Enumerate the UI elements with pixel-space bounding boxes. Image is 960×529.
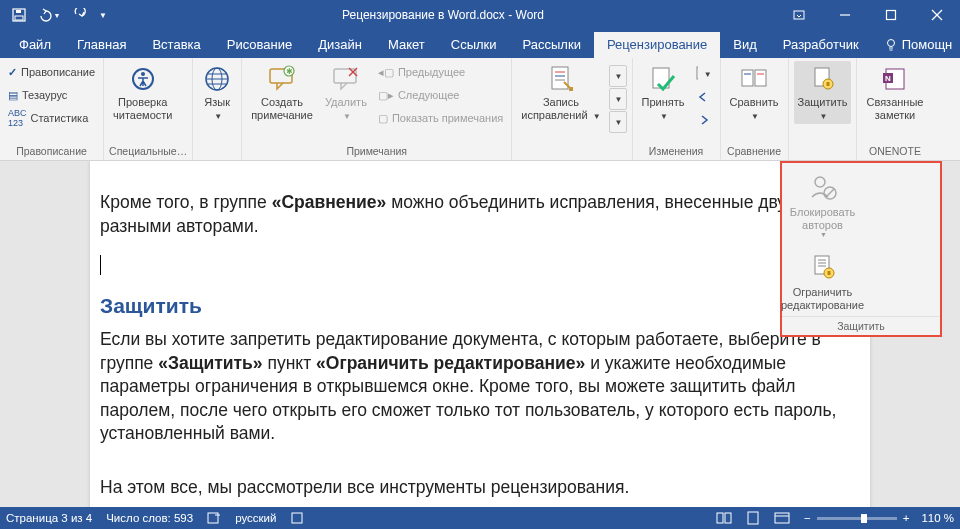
proofing-icon	[207, 511, 221, 525]
ribbon-options-icon[interactable]	[776, 0, 822, 30]
display-mode-dropdown[interactable]: ▼	[609, 65, 627, 87]
group-onenote: N Связанные заметки ONENOTE	[857, 58, 932, 160]
next-comment-button[interactable]: ▢▸Следующее	[375, 84, 506, 106]
tab-draw[interactable]: Рисование	[214, 32, 305, 58]
reject-button[interactable]: ▼	[693, 63, 715, 85]
tell-me-label: Помощн	[902, 37, 953, 52]
tab-view[interactable]: Вид	[720, 32, 770, 58]
chevron-down-icon: ▼	[660, 112, 668, 121]
svg-rect-56	[748, 512, 758, 524]
track-status-icon	[290, 511, 304, 525]
redo-icon[interactable]	[66, 0, 92, 30]
next-change-button[interactable]	[693, 109, 715, 131]
language-button[interactable]: Язык▼	[198, 61, 236, 124]
protect-button[interactable]: Защитить▼	[794, 61, 852, 124]
tab-mailings[interactable]: Рассылки	[510, 32, 594, 58]
block-authors-button[interactable]: Блокировать авторов ▼	[782, 163, 863, 243]
new-comment-button[interactable]: ✱ Создать примечание	[247, 61, 317, 124]
group-protect: Защитить▼	[789, 58, 858, 160]
titlebar: ▼ ▼ Рецензирование в Word.docx - Word	[0, 0, 960, 30]
window-controls	[776, 0, 960, 30]
tab-design[interactable]: Дизайн	[305, 32, 375, 58]
svg-rect-33	[755, 70, 766, 86]
svg-rect-3	[794, 11, 804, 19]
view-print-layout[interactable]	[746, 511, 760, 525]
tab-file[interactable]: Файл	[6, 32, 64, 58]
tell-me-button[interactable]: Помощн	[872, 37, 960, 58]
group-label	[517, 155, 626, 160]
zoom-value[interactable]: 110 %	[921, 512, 954, 524]
stats-icon: ABC123	[8, 108, 27, 128]
zoom-track[interactable]	[817, 517, 897, 520]
svg-line-44	[826, 189, 834, 197]
spell-check-status[interactable]	[207, 511, 221, 525]
word-count-status[interactable]: Число слов: 593	[106, 512, 193, 524]
delete-comment-icon	[331, 64, 361, 94]
chevron-down-icon: ▼	[593, 112, 601, 121]
svg-text:N: N	[885, 74, 891, 83]
delete-comment-button[interactable]: Удалить▼	[321, 61, 371, 124]
tab-review[interactable]: Рецензирование	[594, 32, 720, 58]
qat-customize-icon[interactable]: ▼	[96, 0, 110, 30]
undo-icon[interactable]: ▼	[36, 0, 62, 30]
ribbon-tabs: Файл Главная Вставка Рисование Дизайн Ма…	[0, 30, 960, 58]
onenote-icon: N	[880, 64, 910, 94]
next-change-icon	[697, 113, 711, 127]
track-changes-button[interactable]: Запись исправлений ▼	[517, 61, 604, 124]
group-label: Изменения	[638, 143, 715, 160]
zoom-slider[interactable]: − + 110 %	[804, 512, 954, 524]
maximize-icon[interactable]	[868, 0, 914, 30]
thesaurus-button[interactable]: ▤Тезаурус	[5, 84, 98, 106]
zoom-thumb[interactable]	[861, 514, 867, 523]
minimize-icon[interactable]	[822, 0, 868, 30]
read-mode-icon	[716, 511, 732, 525]
prev-comment-button[interactable]: ◂▢Предыдущее	[375, 61, 506, 83]
group-compare: Сравнить▼ Сравнение	[721, 58, 789, 160]
tab-references[interactable]: Ссылки	[438, 32, 510, 58]
compare-button[interactable]: Сравнить▼	[726, 61, 783, 124]
cursor-line	[100, 254, 870, 278]
language-status[interactable]: русский	[235, 512, 276, 524]
zoom-out-icon[interactable]: −	[804, 512, 811, 524]
spelling-button[interactable]: ✓Правописание	[5, 61, 98, 83]
save-icon[interactable]	[6, 0, 32, 30]
linked-notes-button[interactable]: N Связанные заметки	[862, 61, 927, 124]
print-layout-icon	[746, 511, 760, 525]
svg-point-12	[141, 72, 145, 76]
page-number-status[interactable]: Страница 3 из 4	[6, 512, 92, 524]
globe-icon	[202, 64, 232, 94]
check-accessibility-button[interactable]: Проверка читаемости	[109, 61, 176, 124]
view-read-mode[interactable]	[716, 511, 732, 525]
svg-rect-29	[697, 67, 698, 79]
svg-rect-57	[775, 513, 789, 523]
prev-change-button[interactable]	[693, 86, 715, 108]
show-comments-button[interactable]: ▢Показать примечания	[375, 107, 506, 129]
word-count-button[interactable]: ABC123Статистика	[5, 107, 98, 129]
svg-point-42	[815, 177, 825, 187]
svg-rect-32	[742, 70, 753, 86]
reviewing-pane-dropdown[interactable]: ▼	[609, 111, 627, 133]
accept-button[interactable]: Принять▼	[638, 61, 689, 124]
tab-insert[interactable]: Вставка	[139, 32, 213, 58]
group-label: Специальные…	[109, 143, 187, 160]
svg-text:✱: ✱	[286, 67, 293, 76]
abc-check-icon: ✓	[8, 66, 17, 79]
view-web-layout[interactable]	[774, 511, 790, 525]
chevron-down-icon: ▼	[615, 118, 623, 127]
close-icon[interactable]	[914, 0, 960, 30]
chevron-down-icon: ▼	[820, 231, 827, 239]
accessibility-icon	[128, 64, 158, 94]
accessibility-status[interactable]	[290, 511, 304, 525]
document-page: Кроме того, в группе «Сравнение» можно о…	[90, 161, 870, 507]
tab-layout[interactable]: Макет	[375, 32, 438, 58]
markup-dropdown[interactable]: ▼	[609, 88, 627, 110]
restrict-editing-button[interactable]: Ограничить редактирование	[782, 243, 863, 315]
tab-developer[interactable]: Разработчик	[770, 32, 872, 58]
svg-rect-2	[16, 10, 21, 13]
group-tracking: Запись исправлений ▼ ▼ ▼ ▼	[512, 58, 632, 160]
zoom-in-icon[interactable]: +	[903, 512, 910, 524]
tab-home[interactable]: Главная	[64, 32, 139, 58]
paragraph: На этом все, мы рассмотрели все инструме…	[100, 476, 870, 500]
quick-access-toolbar: ▼ ▼	[0, 0, 110, 30]
group-label	[794, 155, 852, 160]
